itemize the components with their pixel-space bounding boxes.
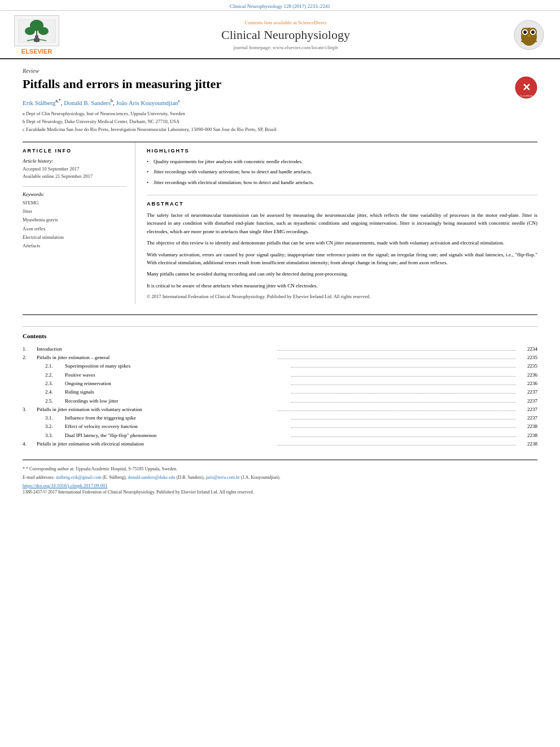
doi-link[interactable]: https://doi.org/10.1016/j.clinph.2017.09…	[23, 483, 537, 488]
article-title: Pitfalls and errors in measuring jitter	[23, 76, 537, 93]
email-sanders-name: (D.B. Sanders),	[177, 475, 205, 480]
contents-available-text: Contents lists available at	[245, 20, 297, 25]
toc-item-4: 4. Pitfalls in jitter estimation with el…	[23, 440, 537, 448]
elsevier-tree-icon	[16, 17, 58, 45]
title-row: Pitfalls and errors in measuring jitter …	[23, 76, 537, 93]
crossmark-badge: ✕ CrossMark	[515, 76, 537, 100]
highlights-section: HIGHLIGHTS Quality requirements for jitt…	[147, 148, 537, 187]
toc-page-3-1: 2237	[518, 414, 537, 422]
highlights-heading: HIGHLIGHTS	[147, 148, 537, 154]
abstract-para-1: The safety factor of neuromuscular trans…	[147, 211, 537, 235]
toc-page-2-2: 2236	[518, 371, 537, 379]
abstract-text: The safety factor of neuromuscular trans…	[147, 211, 537, 301]
email-stalberg-name: (E. Stålberg),	[103, 475, 127, 480]
email-sanders-link[interactable]: donald.sanders@duke.edu	[128, 475, 175, 480]
toc-item-3-1: 3.1. Influence from the triggering spike…	[23, 414, 537, 422]
keyword-jitter: Jitter	[23, 207, 126, 216]
authors-line: Erik Stålberga,*, Donald B. Sandersb, Jo…	[23, 98, 537, 106]
toc-dots-2	[277, 359, 516, 359]
elsevier-brand-text: ELSEVIER	[21, 48, 52, 55]
journal-logo-right	[509, 20, 549, 51]
author-sanders: Donald B. Sanders	[64, 99, 111, 106]
toc-dots-2-4	[291, 393, 516, 394]
toc-title-2-1: Superimposition of many spikes	[65, 362, 290, 370]
toc-item-1: 1. Introduction 2234	[23, 345, 537, 353]
journal-ref-text: Clinical Neurophysiology 128 (2017) 2233…	[230, 3, 330, 9]
toc-dots-2-5	[291, 402, 516, 403]
highlight-item-1: Quality requirements for jitter analysis…	[147, 158, 537, 166]
email-joao-name: (J.A. Kouyoumdjian).	[241, 475, 281, 480]
keyword-artefacts: Artefacts	[23, 242, 126, 250]
toc-item-3: 3. Pitfalls in jitter estimation with vo…	[23, 405, 537, 414]
article-history-label: Article history:	[23, 158, 126, 164]
toc-title-2-4: Riding signals	[65, 388, 290, 396]
author-joao: João Aris Kouyoumdjian	[116, 99, 178, 106]
email-stalberg-link[interactable]: stalberg.erik@gmail.com	[56, 475, 102, 480]
toc-num-3: 3.	[23, 405, 37, 414]
toc-dots-2-2	[291, 376, 516, 377]
abstract-heading: ABSTRACT	[147, 201, 537, 207]
toc-dots-3-1	[291, 419, 516, 420]
journal-header: ELSEVIER Contents lists available at Sci…	[0, 11, 560, 59]
science-direct-line: Contents lists available at ScienceDirec…	[73, 20, 498, 25]
article-available-date: Available online 21 September 2017	[23, 173, 126, 181]
abstract-para-4: Many pitfalls cannot be avoided during r…	[147, 270, 537, 278]
journal-homepage: journal homepage: www.elsevier.com/locat…	[73, 45, 498, 50]
svg-text:CrossMark: CrossMark	[520, 94, 533, 97]
toc-item-2-1: 2.1. Superimposition of many spikes 2235	[23, 362, 537, 370]
toc-title-3-2: Effect of velocity recovery function	[65, 422, 290, 431]
abstract-para-5: It is critical to be aware of these arte…	[147, 282, 537, 290]
divider-1	[23, 186, 126, 187]
toc-dots-3-2	[291, 427, 516, 428]
article-info-col: ARTICLE INFO Article history: Accepted 1…	[23, 142, 135, 304]
highlight-item-3: Jitter recordings with electrical stimul…	[147, 179, 537, 187]
toc-item-2-5: 2.5. Recordings with low jitter 2237	[23, 397, 537, 405]
toc-page-2-5: 2237	[518, 397, 537, 405]
toc-title-3-3: Dual IPI latency, the "flip-flop" phenom…	[65, 431, 290, 440]
toc-dots-4	[277, 445, 516, 445]
author-stalberg: Erik Stålberg	[23, 99, 55, 106]
toc-sub-num-3-3: 3.3.	[45, 431, 65, 440]
author-sanders-sup: b	[111, 98, 113, 103]
toc-page-2-4: 2237	[518, 388, 537, 396]
email-joao-link[interactable]: jaris@terra.com.br	[205, 475, 239, 480]
keywords-section: Keywords: SFEMG Jitter Myasthenia gravis…	[23, 191, 126, 251]
article-accepted-date: Accepted 10 September 2017	[23, 165, 126, 173]
svg-text:✕: ✕	[522, 82, 531, 93]
toc-page-3-2: 2238	[518, 422, 537, 431]
keyword-sfemg: SFEMG	[23, 199, 126, 207]
toc-page-2-3: 2236	[518, 379, 537, 388]
page: Clinical Neurophysiology 128 (2017) 2233…	[0, 0, 560, 747]
toc-title-3: Pitfalls in jitter estimation with volun…	[37, 405, 275, 414]
highlight-item-2: Jitter recordings with voluntary activat…	[147, 168, 537, 176]
elsevier-logo-image	[14, 15, 59, 46]
toc-dots-2-1	[291, 367, 516, 368]
toc-page-2: 2235	[518, 353, 537, 362]
footer-section: * * Corresponding author at: Uppsala Aca…	[23, 460, 537, 495]
toc-title-2-5: Recordings with low jitter	[65, 397, 290, 405]
author-stalberg-sup: a,*	[55, 98, 61, 103]
toc-item-2-4: 2.4. Riding signals 2237	[23, 388, 537, 396]
issn-text: 1388-2457/© 2017 International Federatio…	[23, 490, 537, 495]
toc-title-2-3: Ongoing reinnervation	[65, 379, 290, 388]
article-history-section: Article history: Accepted 10 September 2…	[23, 158, 126, 181]
toc-sub-num-2-5: 2.5.	[45, 397, 65, 405]
toc-title-4: Pitfalls in jitter estimation with elect…	[37, 440, 275, 448]
toc-num-4: 4.	[23, 440, 37, 448]
toc-item-3-2: 3.2. Effect of velocity recovery functio…	[23, 422, 537, 431]
keyword-myasthenia: Myasthenia gravis	[23, 216, 126, 224]
toc-item-2: 2. Pitfalls in jitter estimation – gener…	[23, 353, 537, 362]
toc-page-1: 2234	[518, 345, 537, 353]
abstract-para-2: The objective of this review is to ident…	[147, 239, 537, 247]
abstract-copyright: © 2017 International Federation of Clini…	[147, 293, 537, 301]
article-info-heading: ARTICLE INFO	[23, 148, 126, 154]
toc-item-2-2: 2.2. Positive waves 2236	[23, 371, 537, 379]
toc-num-2: 2.	[23, 353, 37, 362]
section-divider	[23, 314, 537, 315]
corresponding-text: * Corresponding author at: Uppsala Acade…	[26, 466, 177, 471]
author-joao-sup: c	[178, 98, 181, 103]
toc-title-3-1: Influence from the triggering spike	[65, 414, 290, 422]
keyword-axon: Axon reflex	[23, 225, 126, 233]
science-direct-link-text: ScienceDirect	[298, 20, 326, 25]
highlights-list: Quality requirements for jitter analysis…	[147, 158, 537, 187]
